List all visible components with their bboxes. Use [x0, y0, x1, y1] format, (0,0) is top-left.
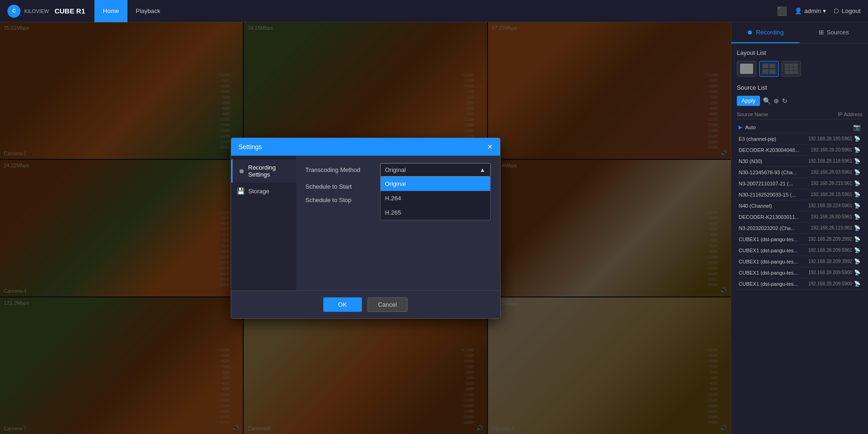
source-item-3[interactable]: N30-12345678-93 (Cha... 192.168.28.93:59…	[737, 167, 862, 178]
layout-9grid[interactable]	[781, 61, 801, 77]
source-ip-header: IP Address	[838, 112, 862, 117]
recording-tab-icon: ⏺	[747, 29, 753, 36]
ok-button[interactable]: OK	[323, 297, 362, 312]
source-item-icon-8: 📡	[854, 225, 861, 231]
source-actions: Apply 🔍 ⊕ ↻	[737, 96, 862, 106]
modal-sidebar: ⏺ Recording Settings 💾 Storage	[231, 156, 296, 290]
source-item-name-9: CUBEX1 (dst-pangu-tes...	[739, 237, 805, 242]
admin-avatar-icon: 👤	[795, 7, 802, 14]
logout-icon: ⬡	[834, 7, 839, 14]
source-item-icon-6: 📡	[854, 203, 861, 209]
source-item-name-1: DECODER-K203004048...	[739, 147, 808, 153]
source-item-name-4: N3-20072110107-21 (...	[739, 181, 808, 186]
source-item-11[interactable]: CUBEX1 (dst-pangu-tes... 192.168.28.209:…	[737, 256, 862, 267]
refresh-sources-button[interactable]: ↻	[782, 97, 788, 105]
source-item-icon-9: 📡	[854, 236, 861, 242]
tab-recording[interactable]: ⏺ Recording	[731, 22, 800, 43]
layout-single[interactable]	[737, 61, 756, 77]
modal-header: Settings ×	[231, 138, 500, 156]
source-item-ip-7: 192.168.28.80:5961	[811, 214, 852, 219]
transcoding-dropdown-trigger[interactable]: Original ▲	[380, 163, 491, 177]
search-sources-button[interactable]: 🔍	[763, 97, 771, 105]
source-item-icon-4: 📡	[854, 180, 861, 186]
modal-title: Settings	[239, 143, 262, 151]
tab-sources[interactable]: ⊞ Sources	[800, 22, 868, 43]
storage-label: Storage	[248, 188, 270, 195]
source-item-name-12: CUBEX1 (dst-pangu-tes...	[739, 270, 805, 276]
source-item-icon-13: 📡	[854, 281, 861, 287]
source-item-8[interactable]: N3-20232023202 (Cha... 192.168.28.115:96…	[737, 223, 862, 234]
transcoding-method-row: Transcoding Method Original ▲ OriginalH.…	[306, 163, 491, 177]
apply-button[interactable]: Apply	[737, 96, 760, 106]
source-item-ip-9: 192.168.28.209:2992	[808, 237, 852, 242]
dropdown-chevron-icon: ▲	[480, 166, 486, 173]
source-item-name-5: N30-21162520033-15 (...	[739, 192, 808, 197]
auto-label: Auto	[745, 125, 756, 130]
source-item-13[interactable]: CUBEX1 (dst-pangu-tes... 192.168.28.209:…	[737, 278, 862, 289]
source-item-ip-10: 192.168.28.209:5961	[808, 248, 852, 253]
sidebar-content: Layout List	[731, 44, 868, 434]
topnav: C KILOVIEW CUBE R1 Home Playback ⬛ 👤 adm…	[0, 0, 868, 22]
storage-item[interactable]: 💾 Storage	[231, 183, 296, 199]
layout-list-title: Layout List	[737, 49, 862, 56]
recording-settings-item[interactable]: ⏺ Recording Settings	[231, 159, 296, 183]
source-item-icon-7: 📡	[854, 214, 861, 220]
source-item-name-8: N3-20232023202 (Cha...	[739, 225, 808, 231]
source-item-12[interactable]: CUBEX1 (dst-pangu-tes... 192.168.28.209:…	[737, 267, 862, 278]
source-list-header: Source Name IP Address	[737, 110, 862, 119]
source-item-icon-12: 📡	[854, 270, 861, 276]
logo-area: C KILOVIEW CUBE R1	[7, 5, 85, 18]
dropdown-option-h265[interactable]: H.265	[381, 205, 490, 220]
admin-chevron-icon: ▾	[823, 7, 826, 14]
source-item-4[interactable]: N3-20072110107-21 (... 192.168.28.215:96…	[737, 178, 862, 189]
source-item-7[interactable]: DECODER-K213003011... 192.168.28.80:5961…	[737, 211, 862, 223]
source-item-ip-8: 192.168.28.115:961	[811, 225, 852, 230]
dropdown-option-h264[interactable]: H.264	[381, 191, 490, 205]
sidebar: ⏺ Recording ⊞ Sources Layout List	[731, 22, 868, 434]
modal-footer: OK Cancel	[231, 290, 500, 318]
source-item-2[interactable]: N30 (N30) 192.168.28.118:5961 📡	[737, 156, 862, 167]
source-item-5[interactable]: N30-21162520033-15 (... 192.168.28.15:59…	[737, 189, 862, 200]
source-item-ip-2: 192.168.28.118:5961	[808, 158, 852, 164]
source-item-6[interactable]: N40 (Channel) 192.168.28.224:5961 📡	[737, 200, 862, 211]
nav-right: ⬛ 👤 admin ▾ ⬡ Logout	[777, 6, 861, 16]
auto-source-item[interactable]: ▶ Auto 📷	[737, 121, 862, 133]
source-item-ip-1: 192.168.28.20:5961	[811, 147, 852, 152]
settings-modal: Settings × ⏺ Recording Settings 💾 Storag…	[231, 138, 501, 319]
schedule-start-label: Schedule to Start	[306, 183, 380, 190]
nav-playback-button[interactable]: Playback	[127, 0, 169, 22]
nav-home-button[interactable]: Home	[94, 0, 127, 22]
dropdown-option-original[interactable]: Original	[381, 177, 490, 191]
admin-button[interactable]: 👤 admin ▾	[795, 7, 826, 14]
storage-icon: 💾	[237, 187, 245, 195]
source-item-ip-5: 192.168.28.15:5961	[811, 192, 852, 197]
recording-tab-label: Recording	[756, 29, 783, 36]
logout-label: Logout	[841, 7, 861, 14]
schedule-stop-label: Schedule to Stop	[306, 197, 380, 204]
source-item-0[interactable]: E3 (channel-pip) 192.168.28.195:5961 📡	[737, 133, 862, 145]
logout-button[interactable]: ⬡ Logout	[834, 7, 861, 14]
recording-settings-label: Recording Settings	[248, 164, 291, 178]
cancel-button[interactable]: Cancel	[367, 297, 407, 312]
source-item-ip-0: 192.168.28.195:5961	[808, 136, 852, 141]
layout-4grid[interactable]	[759, 61, 779, 77]
source-item-name-6: N40 (Channel)	[739, 203, 805, 209]
sidebar-tabs: ⏺ Recording ⊞ Sources	[731, 22, 868, 44]
source-item-icon-0: 📡	[854, 136, 861, 142]
source-item-name-3: N30-12345678-93 (Cha...	[739, 170, 808, 175]
modal-close-button[interactable]: ×	[487, 143, 493, 151]
source-item-name-2: N30 (N30)	[739, 158, 805, 164]
source-item-icon-2: 📡	[854, 158, 861, 164]
sources-tab-label: Sources	[827, 29, 849, 36]
source-item-icon-3: 📡	[854, 169, 861, 175]
source-item-1[interactable]: DECODER-K203004048... 192.168.28.20:5961…	[737, 145, 862, 156]
add-source-button[interactable]: ⊕	[774, 97, 779, 105]
source-item-name-7: DECODER-K213003011...	[739, 214, 808, 220]
source-item-ip-13: 192.168.28.209:5900	[808, 281, 852, 286]
modal-overlay: Settings × ⏺ Recording Settings 💾 Storag…	[0, 22, 731, 434]
auto-source-icon: 📷	[853, 124, 861, 131]
source-item-10[interactable]: CUBEX1 (dst-pangu-tes... 192.168.28.209:…	[737, 245, 862, 256]
source-item-ip-4: 192.168.28.215:961	[811, 181, 852, 186]
source-name-header: Source Name	[737, 112, 768, 117]
source-item-9[interactable]: CUBEX1 (dst-pangu-tes... 192.168.28.209:…	[737, 234, 862, 245]
